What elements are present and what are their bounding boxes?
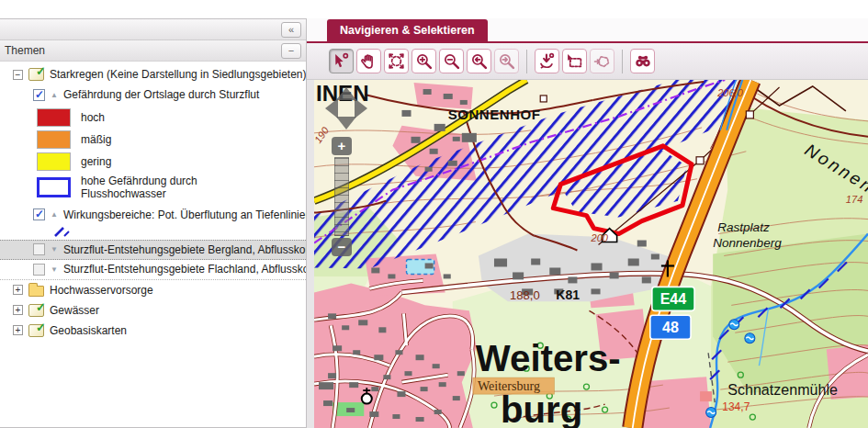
tab-bar: Navigieren & Selektieren [307,18,868,43]
road-label-k81: K81 [556,287,580,302]
tab-navigieren-selektieren[interactable]: Navigieren & Selektieren [327,19,488,41]
tree-item-geobasiskarten[interactable]: + Geobasiskarten [0,321,306,341]
zoom-previous-button[interactable] [467,49,491,73]
pan-south-arrow[interactable] [336,117,356,130]
contour-label-200: 200 [590,232,608,243]
cursor-info-icon [333,52,350,70]
map-label-rastplatz-1: Rastplatz [717,220,770,234]
tree-item-wirkungsbereiche[interactable]: ▲ Wirkungsbereiche: Pot. Überflutung an … [0,205,306,225]
church-symbol [362,388,372,403]
tree-item-label: Sturzflut-Entstehungsgebiete Bergland, A… [63,243,306,256]
rectangle-select-icon [566,52,583,70]
svg-text:48: 48 [662,320,679,335]
legend-label: gering [81,155,111,168]
toolbar-separator [622,50,623,73]
collapse-triangle-icon[interactable]: ▲ [51,210,58,219]
elevation-label-134: 134,7 [722,400,750,413]
layer-check-icon [28,68,44,81]
full-extent-icon [388,52,405,70]
legend-swatch-yellow [37,152,71,171]
polygon-select-icon [593,52,611,70]
panel-top-bar: « [0,19,306,40]
checkbox-bergland[interactable] [33,243,45,255]
legend-item-maessig: mäßig [0,130,306,149]
collapse-panel-button[interactable]: « [281,22,301,38]
contour-label-174: 174 [846,194,862,205]
search-button[interactable] [630,49,655,73]
tree-item-label: Gewässer [50,304,99,317]
zoom-slider-track[interactable] [334,157,349,236]
zoom-in-icon [415,52,433,70]
layer-tree: − Starkregen (Keine Darstellung in Siedl… [0,62,306,427]
zoom-extent-button[interactable] [384,49,409,73]
map-toolbar [307,43,868,80]
layer-check-icon [28,304,44,317]
tree-item-flachland[interactable]: ▼ Sturzflut-Entstehungsgebiete Flachland… [0,260,306,280]
expander-icon[interactable]: + [13,325,23,335]
folder-icon [28,286,44,297]
expand-triangle-icon[interactable]: ▼ [51,265,58,274]
legend-label: hoch [81,111,105,124]
map-label-rastplatz-2: Nonnenberg [713,236,782,250]
tree-item-label: Sturzflut-Entstehungsgebiete Flachland, … [63,263,306,276]
themen-header: Themen − [0,40,306,62]
route-shield-e44: E44 [652,287,694,310]
tree-item-bergland[interactable]: ▼ Sturzflut-Entstehungsgebiete Bergland,… [0,240,306,260]
layer-check-icon [28,324,44,337]
zoom-in-button[interactable] [411,49,436,73]
legend-item-hoch: hoch [0,108,306,127]
zoom-slider-plus-button[interactable]: + [332,137,352,155]
blue-hatch-icon [51,226,73,238]
pan-west-arrow[interactable] [325,98,338,118]
checkbox-wirkungsbereiche[interactable] [33,208,45,220]
expand-triangle-icon[interactable]: ▼ [51,245,58,253]
tree-item-gewaesser[interactable]: + Gewässer [0,300,306,321]
download-info-icon [538,52,556,70]
tree-item-label: Gefährdung der Ortslage durch Sturzflut [63,88,259,101]
legend-item-gering: gering [0,152,306,171]
map-container: E44 48 INEN 190 SONNENHOF 206,0 200 Nonn… [307,80,868,428]
tree-item-hochwasservorsorge[interactable]: + Hochwasservorsorge [0,280,306,300]
expander-icon[interactable]: − [13,70,23,80]
legend-label: hohe Gefährdung durch Flusshochwasser [81,175,232,201]
load-feature-info-button[interactable] [535,49,559,73]
zoom-out-button[interactable] [439,49,464,73]
tree-item-label: Starkregen (Keine Darstellung in Siedlun… [50,68,306,81]
pan-button[interactable] [356,49,381,73]
pan-east-arrow[interactable] [355,98,367,118]
elevation-label-188: 188,0 [510,288,540,302]
toolbar-separator [526,50,527,73]
expander-icon[interactable]: + [13,285,23,295]
themen-title: Themen [5,44,281,57]
select-rectangle-button[interactable] [562,49,587,73]
legend-swatch-blue-outline [37,177,71,197]
layer-panel: « Themen − − Starkregen (Keine Darstellu… [0,18,307,428]
zoom-slider-minus-button[interactable]: − [332,238,352,256]
tree-item-label: Geobasiskarten [50,324,127,337]
tree-item-gefaehrdung[interactable]: ▲ Gefährdung der Ortslage durch Sturzflu… [0,84,306,105]
select-info-button[interactable] [329,49,354,73]
checkbox-flachland[interactable] [33,264,45,276]
minimize-themen-button[interactable]: − [281,43,301,59]
checkbox-gefaehrdung[interactable] [33,89,45,101]
svg-text:E44: E44 [660,291,687,307]
select-polygon-button[interactable] [590,49,614,73]
collapse-triangle-icon[interactable]: ▲ [51,91,58,99]
expander-icon[interactable]: + [13,305,23,315]
pan-north-arrow[interactable] [336,87,356,100]
map-label-weitersburg-2: burg [501,389,582,428]
pan-compass [325,87,367,130]
zoom-out-icon [443,52,460,70]
route-shield-48: 48 [650,315,691,339]
hand-icon [360,52,378,70]
zoom-next-icon [498,52,515,70]
tree-item-label: Hochwasservorsorge [50,284,153,297]
tree-item-starkregen[interactable]: − Starkregen (Keine Darstellung in Siedl… [0,64,306,84]
tree-item-label: Wirkungsbereiche: Pot. Überflutung an Ti… [63,208,306,221]
legend-item-flusshochwasser: hohe Gefährdung durch Flusshochwasser [0,175,306,201]
legend-item-tiefenlinien [0,225,306,240]
zoom-previous-icon [470,52,488,70]
map-viewport[interactable]: E44 48 INEN 190 SONNENHOF 206,0 200 Nonn… [314,80,868,428]
zoom-next-button[interactable] [494,49,519,73]
legend-swatch-orange [37,130,71,149]
